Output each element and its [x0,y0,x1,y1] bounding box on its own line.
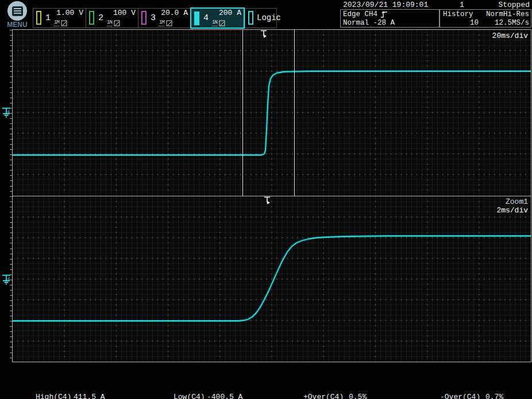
channel-scale-value: 100 V [113,9,136,17]
zoom-trigger-position-marker[interactable] [263,196,271,207]
main-timebase-label: 20ms/div [492,32,528,40]
impedance-label: 1M [159,20,164,26]
zoom-waveform-window: Zoom1 2ms/div [12,196,531,362]
channel-badge-4-selected[interactable]: 4 200 A 1N [190,7,245,29]
channel-1-color-swatch [36,11,41,25]
svg-text:4: 4 [7,109,10,114]
rising-edge-icon [380,10,388,18]
measurement-row: -Over(C4)0.7% [440,393,503,399]
svg-text:4: 4 [7,276,10,281]
measurement-column-2: Low(C4)-400.5 A Fall(C4)***** [174,377,242,399]
logic-badge[interactable]: Logic [245,9,276,28]
channel-badge-2[interactable]: 2 100 V 1N [86,9,138,28]
oscilloscope-screen: MENU 1 1.00 V 1M 2 100 V 1N 3 20.0 A 1M … [0,0,532,399]
measurement-label: High(C4) [36,393,74,399]
history-label: History [443,10,473,18]
channel-3-color-swatch [141,11,147,25]
measurement-column-1: High(C4)411.5 A Rise(C4)1.62672ms [36,377,114,399]
impedance-label: 1N [107,20,112,26]
channel-2-color-swatch [89,11,94,25]
probe-icon [166,20,172,26]
measurement-column-3: +Over(C4)0.5% [303,377,367,399]
sample-rate: 12.5MS/s [495,19,529,27]
measurement-value: 411.5 A [74,393,105,399]
zoom-window-title: Zoom1 [506,197,528,206]
main-waveform-window: 20ms/div [12,29,531,196]
channel-badge-3[interactable]: 3 20.0 A 1M [138,9,190,28]
menu-label: MENU [4,21,30,29]
history-value: 10 [443,19,479,27]
measurement-label: +Over(C4) [303,393,349,399]
channel-number: 2 [98,13,103,23]
channel-bar: 1 1.00 V 1M 2 100 V 1N 3 20.0 A 1M 4 200… [33,8,277,28]
measurement-row: High(C4)411.5 A [36,393,114,399]
measurement-row: Low(C4)-400.5 A [174,393,242,399]
zoom-region-right-line[interactable] [294,30,295,196]
hamburger-icon [12,6,23,16]
zoom-waveform-plot [13,196,531,362]
channel-badge-1[interactable]: 1 1.00 V 1M [33,9,86,28]
trigger-type-source: Edge CH4 [343,10,377,18]
zoom-region-left-line[interactable] [242,30,243,196]
acquisition-info-box[interactable]: History NormHi-Res 10 12.5MS/s [440,9,531,28]
channel-4-ground-marker[interactable]: 4 [1,104,12,121]
impedance-label: 1N [212,20,217,26]
trigger-position-marker[interactable] [260,30,268,40]
measurement-label: -Over(C4) [440,393,485,399]
zoom-timebase-label: 2ms/div [496,206,528,215]
measurement-value: 0.7% [485,393,503,399]
menu-circle [7,1,27,21]
acquisition-count: 1 [460,1,464,9]
channel-number: 3 [151,13,156,23]
channel-number: 4 [203,13,209,23]
probe-icon [219,20,225,26]
measurement-row: +Over(C4)0.5% [303,393,367,399]
menu-button[interactable]: MENU [4,1,30,28]
measurement-column-4: -Over(C4)0.7% [440,377,503,399]
probe-icon [61,20,67,26]
trigger-mode-level: Normal -28 A [343,19,395,27]
acquisition-mode: NormHi-Res [486,10,529,18]
channel-scale-value: 200 A [219,9,241,17]
logic-color-swatch [248,11,253,25]
channel-scale-value: 20.0 A [161,9,188,17]
trigger-info-box[interactable]: Edge CH4 Normal -28 A [340,9,440,28]
measurement-label: Low(C4) [174,393,207,399]
zoom-channel-4-ground-marker[interactable]: 4 [1,272,12,288]
impedance-label: 1M [54,20,59,26]
run-state: Stopped [498,1,530,9]
logic-label: Logic [257,13,281,22]
measurement-value: -400.5 A [207,393,242,399]
channel-scale-value: 1.00 V [56,9,83,17]
channel-4-color-swatch [194,11,199,25]
main-waveform-plot [13,30,531,195]
measurement-value: 0.5% [349,393,367,399]
status-row: 2023/09/21 19:09:01 1 Stopped [340,1,531,9]
probe-icon [114,20,120,26]
datetime: 2023/09/21 19:09:01 [343,1,428,9]
channel-number: 1 [45,13,51,23]
